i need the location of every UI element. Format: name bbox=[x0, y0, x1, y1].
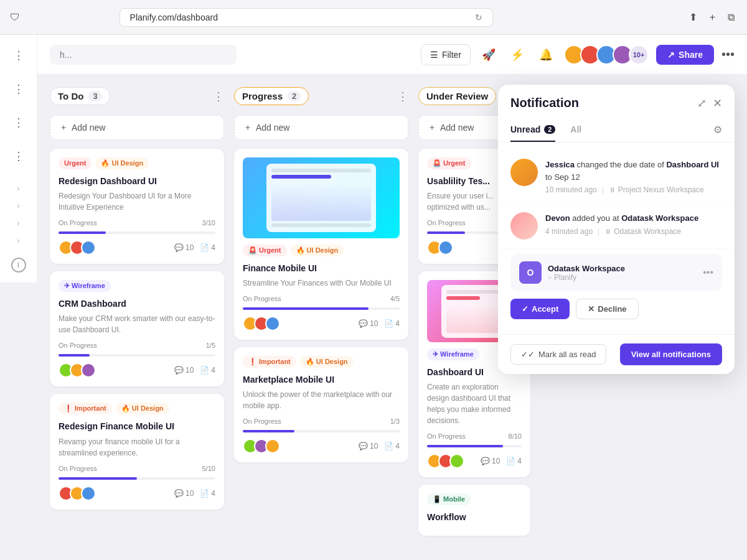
card-desc: Streamline Your Finances with Our Mobile… bbox=[243, 278, 400, 289]
card-meta: 💬 10 📄 4 bbox=[359, 319, 400, 328]
sidebar-item-2[interactable]: ⋮ bbox=[8, 78, 29, 100]
project-text: ⏸ Project Nexus Workspace bbox=[609, 185, 704, 194]
decline-button[interactable]: ✕ Decline bbox=[576, 299, 638, 319]
share-browser-btn[interactable]: ⬆ bbox=[687, 9, 700, 26]
progress-label: On Progress bbox=[427, 219, 466, 226]
expand-notification-btn[interactable]: ⤢ bbox=[697, 96, 707, 110]
card-avatar-3 bbox=[81, 363, 96, 378]
col-title-badge-progress: Progress 2 bbox=[234, 87, 309, 105]
col-count-progress: 2 bbox=[288, 91, 301, 101]
expand-icon-1[interactable]: › bbox=[17, 184, 20, 193]
add-new-progress[interactable]: ＋ Add new bbox=[234, 115, 408, 140]
accept-button[interactable]: ✓ Accept bbox=[510, 299, 570, 319]
progress-val: 4/5 bbox=[390, 295, 400, 302]
plus-icon: ＋ bbox=[243, 122, 252, 133]
notification-tabs: Unread 2 All ⚙ bbox=[498, 118, 735, 142]
filter-button[interactable]: ☰ Filter bbox=[421, 44, 471, 65]
search-input[interactable] bbox=[50, 45, 237, 65]
files-count: 📄 4 bbox=[200, 243, 215, 252]
view-all-notifications-button[interactable]: View all notifications bbox=[620, 343, 722, 365]
workspace-more-btn[interactable]: ••• bbox=[703, 267, 713, 278]
share-button[interactable]: ↗ Share bbox=[656, 45, 714, 65]
card-title: Workflow bbox=[427, 511, 522, 523]
progress-fill bbox=[59, 354, 90, 357]
progress-bar bbox=[59, 231, 215, 234]
notification-item-devon: Devon added you at Odatask Workspace 4 m… bbox=[498, 203, 735, 249]
workspace-name: Odatask Workspace bbox=[548, 264, 697, 273]
bell-icon-btn[interactable]: 🔔 bbox=[535, 44, 557, 65]
card-desc: Create an exploration design dashboard U… bbox=[427, 381, 522, 426]
card-tags: ✈ Wireframe bbox=[59, 280, 215, 292]
unread-badge: 2 bbox=[544, 125, 555, 134]
card-title: Redesign Dashboard UI bbox=[59, 175, 215, 187]
lightning-icon-btn[interactable]: ⚡ bbox=[507, 44, 528, 65]
progress-fill bbox=[59, 231, 106, 234]
card-avatars bbox=[59, 486, 96, 501]
col-menu-todo[interactable]: ⋮ bbox=[213, 90, 224, 103]
dots-icon-4: ⋮ bbox=[13, 151, 24, 162]
dots-icon-2: ⋮ bbox=[13, 83, 24, 95]
notification-title: Notification bbox=[510, 96, 579, 110]
time-text: 10 minuted ago bbox=[545, 185, 597, 194]
tab-all[interactable]: All bbox=[570, 118, 581, 142]
rocket-icon-btn[interactable]: 🚀 bbox=[478, 44, 499, 65]
dots-icon-1: ⋮ bbox=[13, 50, 24, 61]
col-count-todo: 3 bbox=[88, 91, 101, 101]
dots-icon-3: ⋮ bbox=[13, 117, 24, 128]
card-marketplace: ❗ Important 🔥 UI Design Marketplace Mobi… bbox=[234, 347, 408, 462]
sidebar-item-3[interactable]: ⋮ bbox=[8, 112, 29, 133]
sidebar-item-1[interactable]: ⋮ bbox=[8, 45, 29, 66]
devon-avatar bbox=[510, 212, 538, 240]
card-title: CRM Dashboard bbox=[59, 298, 215, 309]
card-meta: 💬 10 📄 4 bbox=[174, 243, 215, 252]
address-bar[interactable]: Planify.com/dashboard ↻ bbox=[120, 8, 493, 27]
tabs-btn[interactable]: ⧉ bbox=[725, 9, 737, 26]
notification-time-jessica: 10 minuted ago | ⏸ Project Nexus Workspa… bbox=[545, 185, 722, 194]
tab-unread[interactable]: Unread 2 bbox=[510, 118, 555, 142]
col-menu-progress[interactable]: ⋮ bbox=[397, 90, 408, 103]
column-todo: To Do 3 ⋮ ＋ Add new Urgent 🔥 UI Design R… bbox=[50, 87, 224, 548]
card-progress-row: On Progress 4/5 bbox=[243, 295, 400, 302]
comments-count: 💬 10 bbox=[174, 489, 194, 498]
sidebar-item-4[interactable]: ⋮ bbox=[8, 146, 29, 167]
tag-urgent: 🚨 Urgent bbox=[427, 157, 471, 169]
card-footer: 💬 10 📄 4 bbox=[243, 439, 400, 454]
column-progress: Progress 2 ⋮ ＋ Add new bbox=[234, 87, 408, 548]
card-redesign-dashboard: Urgent 🔥 UI Design Redesign Dashboard UI… bbox=[50, 149, 224, 264]
card-title: Redesign Finance Mobile UI bbox=[59, 421, 215, 432]
progress-fill bbox=[243, 307, 369, 310]
more-button[interactable]: ••• bbox=[721, 47, 735, 62]
expand-icon-3[interactable]: › bbox=[17, 219, 20, 228]
files-count: 📄 4 bbox=[200, 489, 215, 498]
add-new-todo[interactable]: ＋ Add new bbox=[50, 115, 224, 140]
files-count: 📄 4 bbox=[384, 319, 400, 328]
workspace-card: O Odatask Workspace ○ Planify ••• bbox=[510, 254, 722, 291]
expand-icon-4[interactable]: › bbox=[17, 236, 20, 245]
reload-icon[interactable]: ↻ bbox=[475, 12, 482, 22]
tag-ui-design: 🔥 UI Design bbox=[291, 245, 344, 256]
card-meta: 💬 10 📄 4 bbox=[174, 489, 215, 498]
comments-count: 💬 10 bbox=[174, 366, 194, 375]
col-title-badge-review: Under Review bbox=[418, 87, 496, 105]
card-meta: 💬 10 📄 4 bbox=[174, 366, 215, 375]
card-desc: Revamp your finance mobile UI for a stre… bbox=[59, 436, 215, 459]
browser-chrome: 🛡 Planify.com/dashboard ↻ ⬆ + ⧉ bbox=[0, 0, 747, 35]
info-icon[interactable]: i bbox=[11, 258, 26, 273]
progress-bar bbox=[59, 354, 215, 357]
card-avatar-3 bbox=[81, 486, 96, 501]
mark-all-read-button[interactable]: ✓✓ Mark all as read bbox=[510, 344, 606, 365]
comments-count: 💬 10 bbox=[359, 442, 378, 450]
avatar-count: 10+ bbox=[629, 45, 649, 65]
notification-panel: Notification ⤢ ✕ Unread 2 All ⚙ Jessica … bbox=[498, 85, 735, 374]
notification-settings-btn[interactable]: ⚙ bbox=[713, 118, 722, 142]
expand-icon-2[interactable]: › bbox=[17, 202, 20, 210]
card-avatars bbox=[427, 240, 453, 255]
close-notification-btn[interactable]: ✕ bbox=[713, 96, 722, 110]
progress-fill bbox=[59, 477, 137, 480]
card-footer: 💬 10 📄 4 bbox=[243, 316, 400, 331]
notification-text-jessica: Jessica changed the due date of Dashboar… bbox=[545, 159, 722, 183]
share-icon: ↗ bbox=[667, 50, 675, 60]
col-title-badge-todo: To Do 3 bbox=[50, 87, 110, 105]
notification-content-jessica: Jessica changed the due date of Dashboar… bbox=[545, 159, 722, 194]
new-tab-btn[interactable]: + bbox=[707, 9, 718, 26]
